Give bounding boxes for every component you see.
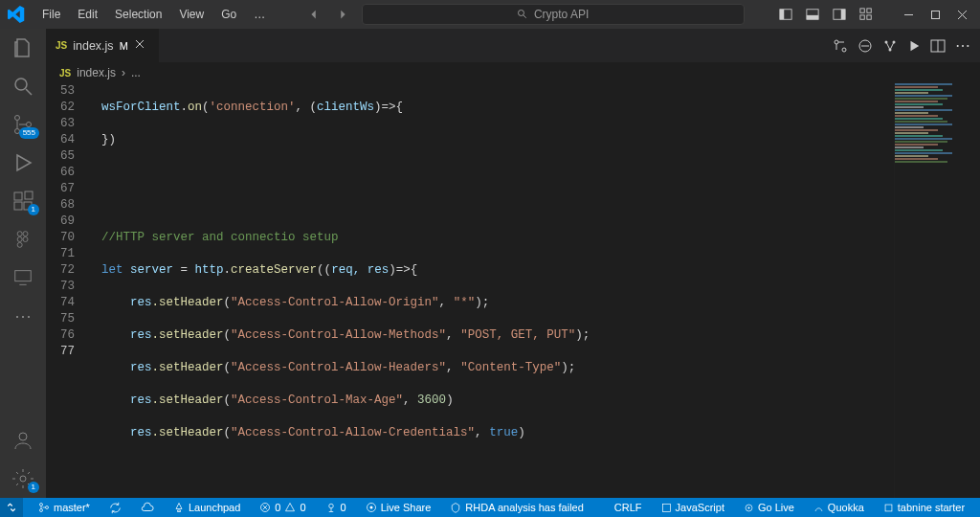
- eol-status[interactable]: CRLF: [611, 498, 646, 517]
- svg-point-33: [20, 476, 26, 482]
- timeline-icon[interactable]: [858, 38, 873, 54]
- menu-edit[interactable]: Edit: [70, 4, 105, 25]
- quokka-status[interactable]: Quokka: [810, 498, 868, 517]
- breadcrumb-sep: ›: [122, 66, 125, 79]
- tab-index-js[interactable]: JS index.js M: [46, 29, 160, 62]
- language-status[interactable]: JavaScript: [657, 498, 728, 517]
- menu-file[interactable]: File: [34, 4, 68, 25]
- svg-line-1: [523, 15, 526, 18]
- svg-point-32: [19, 433, 27, 440]
- settings-badge: 1: [28, 482, 39, 493]
- code-content[interactable]: wsForClient.on('connection', (clientWs)=…: [92, 83, 980, 498]
- title-bar: File Edit Selection View Go … Crypto API: [0, 0, 980, 29]
- svg-rect-22: [14, 202, 22, 210]
- sync-icon[interactable]: [105, 498, 125, 517]
- branch-status[interactable]: master*: [34, 498, 94, 517]
- js-file-icon: JS: [56, 40, 67, 51]
- tab-close-icon[interactable]: [134, 38, 149, 54]
- svg-point-28: [17, 237, 22, 242]
- svg-rect-24: [25, 191, 33, 199]
- command-center-search[interactable]: Crypto API: [362, 4, 745, 25]
- ext-badge: 1: [28, 204, 39, 215]
- customize-layout-icon[interactable]: [856, 4, 877, 25]
- minimap[interactable]: [894, 83, 980, 498]
- explorer-icon[interactable]: [11, 36, 34, 59]
- breadcrumb[interactable]: JS index.js › ...: [46, 62, 980, 83]
- svg-point-29: [17, 242, 22, 247]
- extensions-icon[interactable]: 1: [11, 190, 34, 213]
- layout-primary-icon[interactable]: [775, 4, 796, 25]
- maximize-icon[interactable]: [924, 4, 946, 25]
- svg-point-36: [835, 40, 838, 44]
- commit-graph-icon[interactable]: [882, 38, 898, 54]
- search-icon: [517, 9, 528, 20]
- svg-point-37: [842, 48, 846, 52]
- search-icon[interactable]: [11, 75, 34, 98]
- svg-line-17: [26, 89, 32, 95]
- vscode-logo-icon: [8, 6, 25, 23]
- menu-view[interactable]: View: [171, 4, 212, 25]
- tab-bar: JS index.js M ⋯: [46, 29, 980, 62]
- svg-point-27: [23, 237, 28, 242]
- remote-indicator[interactable]: [0, 498, 23, 517]
- search-label: Crypto API: [534, 8, 589, 21]
- split-icon[interactable]: [930, 38, 946, 54]
- rhda-status[interactable]: RHDA analysis has failed: [446, 498, 588, 517]
- problems-status[interactable]: 0 0: [256, 498, 309, 517]
- svg-rect-3: [780, 10, 784, 20]
- cloud-icon[interactable]: [137, 498, 158, 517]
- line-gutter: 5362636465666768697071727374757677: [46, 83, 92, 498]
- account-icon[interactable]: [11, 429, 34, 452]
- source-control-icon[interactable]: 555: [11, 113, 34, 136]
- layout-panel-icon[interactable]: [802, 4, 823, 25]
- status-bar: master* Launchpad 0 0 0 Live Share RHDA …: [0, 498, 980, 517]
- breadcrumb-file: index.js: [77, 66, 116, 79]
- menu-more[interactable]: …: [246, 4, 273, 25]
- nav-back-icon[interactable]: [304, 5, 323, 24]
- svg-point-0: [518, 11, 523, 16]
- debug-icon[interactable]: [11, 151, 34, 174]
- compare-icon[interactable]: [833, 38, 848, 54]
- figma-icon[interactable]: [11, 228, 34, 251]
- ports-status[interactable]: 0: [322, 498, 350, 517]
- golive-status[interactable]: Go Live: [740, 498, 798, 517]
- svg-point-44: [40, 504, 43, 506]
- nav-forward-icon[interactable]: [333, 5, 352, 24]
- layout-secondary-icon[interactable]: [829, 4, 850, 25]
- more-actions-icon[interactable]: ⋯: [955, 36, 970, 55]
- menu-selection[interactable]: Selection: [107, 4, 169, 25]
- svg-rect-5: [807, 15, 818, 19]
- svg-rect-55: [662, 504, 670, 511]
- svg-point-25: [17, 232, 22, 236]
- more-views-icon[interactable]: ⋯: [11, 304, 34, 327]
- js-file-icon: JS: [59, 68, 71, 79]
- editor-actions: ⋯: [833, 29, 980, 62]
- svg-point-20: [27, 123, 32, 127]
- svg-point-50: [328, 504, 333, 508]
- code-editor[interactable]: 5362636465666768697071727374757677 wsFor…: [46, 83, 980, 498]
- launchpad-status[interactable]: Launchpad: [169, 498, 244, 517]
- svg-rect-58: [885, 505, 892, 511]
- tab-modified: M: [120, 40, 128, 52]
- minimize-icon[interactable]: [898, 4, 919, 25]
- svg-rect-9: [867, 9, 871, 12]
- tabnine-status[interactable]: tabnine starter: [880, 498, 969, 517]
- menu-bar: File Edit Selection View Go …: [8, 4, 273, 25]
- liveshare-status[interactable]: Live Share: [362, 498, 435, 517]
- editor-area: JS index.js M ⋯ JS index.js › ... 536263: [46, 29, 980, 498]
- svg-point-46: [46, 506, 49, 509]
- svg-rect-7: [841, 10, 845, 20]
- svg-rect-10: [860, 15, 864, 19]
- svg-point-54: [369, 506, 372, 509]
- menu-go[interactable]: Go: [213, 4, 244, 25]
- svg-rect-8: [860, 9, 864, 12]
- svg-rect-11: [867, 15, 871, 19]
- svg-point-45: [40, 509, 43, 512]
- settings-icon[interactable]: 1: [11, 467, 34, 490]
- remote-explorer-icon[interactable]: [11, 266, 34, 289]
- run-icon[interactable]: [907, 39, 921, 53]
- scm-badge: 555: [19, 127, 39, 139]
- svg-point-57: [747, 506, 749, 508]
- close-icon[interactable]: [951, 4, 972, 25]
- svg-rect-21: [14, 192, 22, 200]
